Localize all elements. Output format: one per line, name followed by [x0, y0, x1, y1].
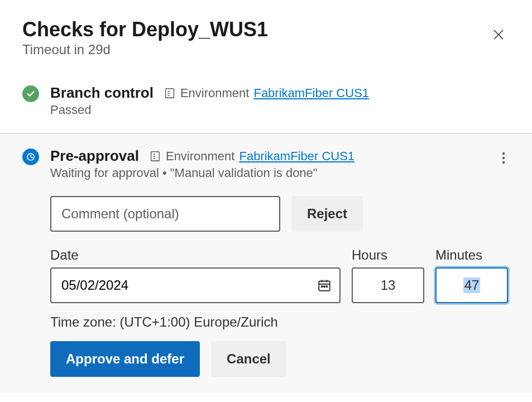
- dialog-subtitle: Timeout in 29d: [22, 42, 268, 58]
- check-status-text: Waiting for approval • "Manual validatio…: [50, 166, 497, 180]
- environment-icon: [149, 150, 161, 162]
- minutes-label: Minutes: [435, 247, 508, 263]
- check-title: Branch control: [50, 84, 154, 102]
- approval-controls: Reject Date: [50, 196, 510, 377]
- dialog-header: Checks for Deploy_WUS1 Timeout in 29d: [0, 0, 532, 71]
- approve-and-defer-button[interactable]: Approve and defer: [50, 341, 200, 377]
- hours-field: Hours 13: [352, 247, 424, 303]
- status-waiting-icon: [22, 149, 39, 165]
- svg-line-9: [31, 157, 32, 158]
- hours-input[interactable]: 13: [352, 267, 424, 303]
- minutes-input[interactable]: 47: [435, 267, 508, 303]
- status-icon-wrap: [22, 84, 39, 117]
- status-icon-wrap: [22, 147, 39, 377]
- svg-point-15: [502, 152, 505, 155]
- clock-icon: [26, 152, 36, 162]
- check-pre-approval: Pre-approval Environment FabrikamFiber C…: [0, 133, 532, 393]
- reject-button[interactable]: Reject: [291, 196, 363, 232]
- kebab-icon: [502, 152, 505, 164]
- hours-value: 13: [381, 277, 396, 293]
- timezone-text: Time zone: (UTC+1:00) Europe/Zurich: [50, 314, 510, 330]
- date-input[interactable]: [50, 267, 341, 303]
- svg-point-16: [502, 157, 505, 159]
- more-options-button[interactable]: [497, 147, 510, 170]
- dialog-title: Checks for Deploy_WUS1: [22, 18, 268, 41]
- action-row: Approve and defer Cancel: [50, 341, 510, 377]
- check-header: Branch control Environment FabrikamFiber…: [50, 84, 510, 102]
- hours-label: Hours: [352, 247, 424, 263]
- svg-point-17: [502, 161, 505, 164]
- check-header: Pre-approval Environment FabrikamFiber C…: [50, 147, 497, 165]
- environment-icon: [164, 87, 176, 99]
- close-icon: [492, 28, 505, 41]
- date-label: Date: [50, 247, 341, 263]
- environment-label: Environment: [180, 86, 250, 100]
- comment-row: Reject: [50, 196, 510, 232]
- cancel-button[interactable]: Cancel: [211, 341, 286, 377]
- check-branch-control: Branch control Environment FabrikamFiber…: [0, 71, 532, 133]
- checkmark-icon: [26, 89, 36, 99]
- check-body: Pre-approval Environment FabrikamFiber C…: [50, 147, 510, 377]
- status-success-icon: [22, 85, 39, 102]
- minutes-value: 47: [463, 277, 481, 293]
- check-title: Pre-approval: [50, 147, 139, 165]
- comment-input[interactable]: [50, 196, 280, 232]
- environment-label: Environment: [166, 149, 235, 164]
- environment-link[interactable]: FabrikamFiber CUS1: [239, 149, 354, 164]
- header-text: Checks for Deploy_WUS1 Timeout in 29d: [22, 18, 268, 58]
- minutes-field: Minutes 47: [435, 247, 508, 303]
- schedule-row: Date: [50, 247, 510, 303]
- check-status-text: Passed: [50, 103, 510, 117]
- check-body: Branch control Environment FabrikamFiber…: [50, 84, 510, 117]
- environment-link[interactable]: FabrikamFiber CUS1: [253, 86, 369, 100]
- close-button[interactable]: [487, 23, 510, 47]
- date-field: Date: [50, 247, 341, 303]
